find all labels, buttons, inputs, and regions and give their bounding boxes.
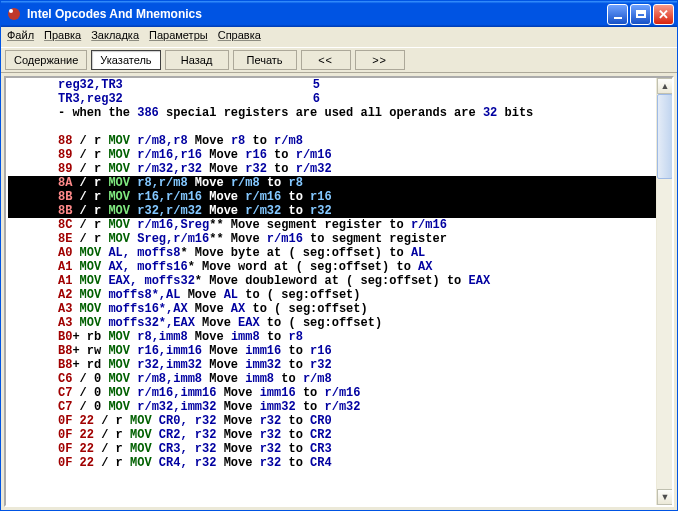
- opcode-row[interactable]: 0F 22 / r MOV CR2, r32 Move r32 to CR2: [8, 428, 672, 442]
- menu-options[interactable]: Параметры: [149, 29, 208, 45]
- opcode-row[interactable]: A0 MOV AL, moffs8* Move byte at ( seg:of…: [8, 246, 672, 260]
- close-button[interactable]: ✕: [653, 4, 674, 25]
- content-area: reg32,TR35TR3,reg326- when the 386 speci…: [4, 76, 674, 507]
- vertical-scrollbar[interactable]: ▲ ▼: [656, 78, 672, 505]
- menu-file[interactable]: Файл: [7, 29, 34, 45]
- scroll-down-button[interactable]: ▼: [657, 489, 673, 505]
- print-button[interactable]: Печать: [233, 50, 297, 70]
- opcode-row[interactable]: 0F 22 / r MOV CR0, r32 Move r32 to CR0: [8, 414, 672, 428]
- opcode-row[interactable]: C7 / 0 MOV r/m16,imm16 Move imm16 to r/m…: [8, 386, 672, 400]
- opcode-row[interactable]: 8B / r MOV r32,r/m32 Move r/m32 to r32: [8, 204, 672, 218]
- next-button[interactable]: >>: [355, 50, 405, 70]
- back-button[interactable]: Назад: [165, 50, 229, 70]
- opcode-row[interactable]: 88 / r MOV r/m8,r8 Move r8 to r/m8: [8, 134, 672, 148]
- scroll-up-button[interactable]: ▲: [657, 78, 673, 94]
- toolbar: Содержание Указатель Назад Печать << >>: [1, 47, 677, 73]
- svg-point-1: [9, 9, 13, 13]
- window-title: Intel Opcodes And Mnemonics: [27, 7, 202, 21]
- app-window: Intel Opcodes And Mnemonics ✕ Файл Правк…: [0, 0, 678, 511]
- opcode-row[interactable]: A3 MOV moffs16*,AX Move AX to ( seg:offs…: [8, 302, 672, 316]
- titlebar[interactable]: Intel Opcodes And Mnemonics ✕: [1, 1, 677, 27]
- opcode-row[interactable]: A2 MOV moffs8*,AL Move AL to ( seg:offse…: [8, 288, 672, 302]
- minimize-button[interactable]: [607, 4, 628, 25]
- opcode-row[interactable]: 8C / r MOV r/m16,Sreg** Move segment reg…: [8, 218, 672, 232]
- opcode-row[interactable]: C6 / 0 MOV r/m8,imm8 Move imm8 to r/m8: [8, 372, 672, 386]
- menubar: Файл Правка Закладка Параметры Справка: [1, 27, 677, 47]
- opcode-row[interactable]: C7 / 0 MOV r/m32,imm32 Move imm32 to r/m…: [8, 400, 672, 414]
- opcode-row[interactable]: A3 MOV moffs32*,EAX Move EAX to ( seg:of…: [8, 316, 672, 330]
- opcode-row[interactable]: B8+ rw MOV r16,imm16 Move imm16 to r16: [8, 344, 672, 358]
- index-button[interactable]: Указатель: [91, 50, 160, 70]
- help-text[interactable]: reg32,TR35TR3,reg326- when the 386 speci…: [6, 78, 672, 505]
- opcode-row[interactable]: 0F 22 / r MOV CR4, r32 Move r32 to CR4: [8, 456, 672, 470]
- opcode-row[interactable]: 0F 22 / r MOV CR3, r32 Move r32 to CR3: [8, 442, 672, 456]
- opcode-row[interactable]: 8A / r MOV r8,r/m8 Move r/m8 to r8: [8, 176, 672, 190]
- menu-help[interactable]: Справка: [218, 29, 261, 45]
- opcode-row[interactable]: B8+ rd MOV r32,imm32 Move imm32 to r32: [8, 358, 672, 372]
- opcode-row[interactable]: 89 / r MOV r/m32,r32 Move r32 to r/m32: [8, 162, 672, 176]
- prev-button[interactable]: <<: [301, 50, 351, 70]
- opcode-row[interactable]: A1 MOV EAX, moffs32* Move doubleword at …: [8, 274, 672, 288]
- opcode-row[interactable]: B0+ rb MOV r8,imm8 Move imm8 to r8: [8, 330, 672, 344]
- maximize-button[interactable]: [630, 4, 651, 25]
- app-icon: [6, 6, 22, 22]
- opcode-row[interactable]: A1 MOV AX, moffs16* Move word at ( seg:o…: [8, 260, 672, 274]
- menu-bookmark[interactable]: Закладка: [91, 29, 139, 45]
- opcode-row[interactable]: 8B / r MOV r16,r/m16 Move r/m16 to r16: [8, 190, 672, 204]
- contents-button[interactable]: Содержание: [5, 50, 87, 70]
- menu-edit[interactable]: Правка: [44, 29, 81, 45]
- opcode-row[interactable]: 89 / r MOV r/m16,r16 Move r16 to r/m16: [8, 148, 672, 162]
- scroll-thumb[interactable]: [657, 94, 673, 179]
- opcode-row[interactable]: 8E / r MOV Sreg,r/m16** Move r/m16 to se…: [8, 232, 672, 246]
